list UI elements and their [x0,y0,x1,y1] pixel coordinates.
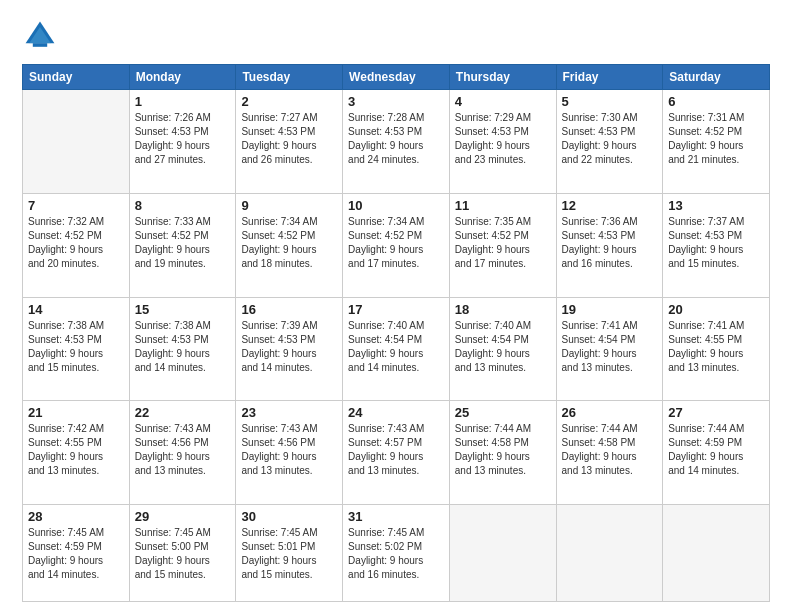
col-header-wednesday: Wednesday [343,65,450,90]
day-info: Sunrise: 7:40 AM Sunset: 4:54 PM Dayligh… [455,319,551,375]
day-info: Sunrise: 7:36 AM Sunset: 4:53 PM Dayligh… [562,215,658,271]
week-row-2: 7Sunrise: 7:32 AM Sunset: 4:52 PM Daylig… [23,193,770,297]
day-info: Sunrise: 7:44 AM Sunset: 4:58 PM Dayligh… [455,422,551,478]
day-info: Sunrise: 7:43 AM Sunset: 4:56 PM Dayligh… [135,422,231,478]
day-cell: 20Sunrise: 7:41 AM Sunset: 4:55 PM Dayli… [663,297,770,401]
day-number: 13 [668,198,764,213]
day-info: Sunrise: 7:45 AM Sunset: 5:02 PM Dayligh… [348,526,444,582]
day-number: 1 [135,94,231,109]
day-cell: 16Sunrise: 7:39 AM Sunset: 4:53 PM Dayli… [236,297,343,401]
day-number: 15 [135,302,231,317]
col-header-tuesday: Tuesday [236,65,343,90]
day-number: 28 [28,509,124,524]
day-cell: 18Sunrise: 7:40 AM Sunset: 4:54 PM Dayli… [449,297,556,401]
day-cell: 1Sunrise: 7:26 AM Sunset: 4:53 PM Daylig… [129,90,236,194]
day-info: Sunrise: 7:30 AM Sunset: 4:53 PM Dayligh… [562,111,658,167]
day-number: 22 [135,405,231,420]
day-cell: 28Sunrise: 7:45 AM Sunset: 4:59 PM Dayli… [23,505,130,602]
day-info: Sunrise: 7:43 AM Sunset: 4:56 PM Dayligh… [241,422,337,478]
day-info: Sunrise: 7:41 AM Sunset: 4:55 PM Dayligh… [668,319,764,375]
day-cell: 17Sunrise: 7:40 AM Sunset: 4:54 PM Dayli… [343,297,450,401]
day-number: 6 [668,94,764,109]
day-cell: 19Sunrise: 7:41 AM Sunset: 4:54 PM Dayli… [556,297,663,401]
day-cell: 2Sunrise: 7:27 AM Sunset: 4:53 PM Daylig… [236,90,343,194]
day-info: Sunrise: 7:45 AM Sunset: 4:59 PM Dayligh… [28,526,124,582]
day-info: Sunrise: 7:34 AM Sunset: 4:52 PM Dayligh… [348,215,444,271]
day-cell: 24Sunrise: 7:43 AM Sunset: 4:57 PM Dayli… [343,401,450,505]
day-info: Sunrise: 7:26 AM Sunset: 4:53 PM Dayligh… [135,111,231,167]
day-number: 30 [241,509,337,524]
day-number: 9 [241,198,337,213]
day-number: 17 [348,302,444,317]
week-row-4: 21Sunrise: 7:42 AM Sunset: 4:55 PM Dayli… [23,401,770,505]
day-info: Sunrise: 7:39 AM Sunset: 4:53 PM Dayligh… [241,319,337,375]
header [22,18,770,54]
day-number: 23 [241,405,337,420]
day-info: Sunrise: 7:27 AM Sunset: 4:53 PM Dayligh… [241,111,337,167]
day-number: 29 [135,509,231,524]
day-info: Sunrise: 7:29 AM Sunset: 4:53 PM Dayligh… [455,111,551,167]
day-info: Sunrise: 7:34 AM Sunset: 4:52 PM Dayligh… [241,215,337,271]
day-info: Sunrise: 7:45 AM Sunset: 5:00 PM Dayligh… [135,526,231,582]
col-header-monday: Monday [129,65,236,90]
day-info: Sunrise: 7:32 AM Sunset: 4:52 PM Dayligh… [28,215,124,271]
day-info: Sunrise: 7:38 AM Sunset: 4:53 PM Dayligh… [135,319,231,375]
day-number: 20 [668,302,764,317]
day-number: 11 [455,198,551,213]
day-number: 2 [241,94,337,109]
day-number: 3 [348,94,444,109]
week-row-3: 14Sunrise: 7:38 AM Sunset: 4:53 PM Dayli… [23,297,770,401]
day-cell: 4Sunrise: 7:29 AM Sunset: 4:53 PM Daylig… [449,90,556,194]
day-cell: 14Sunrise: 7:38 AM Sunset: 4:53 PM Dayli… [23,297,130,401]
day-number: 12 [562,198,658,213]
day-cell: 27Sunrise: 7:44 AM Sunset: 4:59 PM Dayli… [663,401,770,505]
day-number: 8 [135,198,231,213]
day-info: Sunrise: 7:35 AM Sunset: 4:52 PM Dayligh… [455,215,551,271]
logo [22,18,62,54]
week-row-1: 1Sunrise: 7:26 AM Sunset: 4:53 PM Daylig… [23,90,770,194]
day-info: Sunrise: 7:42 AM Sunset: 4:55 PM Dayligh… [28,422,124,478]
day-cell: 6Sunrise: 7:31 AM Sunset: 4:52 PM Daylig… [663,90,770,194]
day-cell: 22Sunrise: 7:43 AM Sunset: 4:56 PM Dayli… [129,401,236,505]
day-cell [663,505,770,602]
day-info: Sunrise: 7:45 AM Sunset: 5:01 PM Dayligh… [241,526,337,582]
day-info: Sunrise: 7:44 AM Sunset: 4:59 PM Dayligh… [668,422,764,478]
day-info: Sunrise: 7:38 AM Sunset: 4:53 PM Dayligh… [28,319,124,375]
col-header-sunday: Sunday [23,65,130,90]
day-cell: 29Sunrise: 7:45 AM Sunset: 5:00 PM Dayli… [129,505,236,602]
day-cell: 3Sunrise: 7:28 AM Sunset: 4:53 PM Daylig… [343,90,450,194]
day-cell: 9Sunrise: 7:34 AM Sunset: 4:52 PM Daylig… [236,193,343,297]
day-number: 10 [348,198,444,213]
day-cell [23,90,130,194]
day-number: 18 [455,302,551,317]
day-cell: 15Sunrise: 7:38 AM Sunset: 4:53 PM Dayli… [129,297,236,401]
week-row-5: 28Sunrise: 7:45 AM Sunset: 4:59 PM Dayli… [23,505,770,602]
svg-rect-2 [33,43,47,47]
day-cell: 5Sunrise: 7:30 AM Sunset: 4:53 PM Daylig… [556,90,663,194]
day-cell [449,505,556,602]
day-number: 7 [28,198,124,213]
calendar-table: SundayMondayTuesdayWednesdayThursdayFrid… [22,64,770,602]
day-cell [556,505,663,602]
day-info: Sunrise: 7:33 AM Sunset: 4:52 PM Dayligh… [135,215,231,271]
day-number: 4 [455,94,551,109]
day-info: Sunrise: 7:41 AM Sunset: 4:54 PM Dayligh… [562,319,658,375]
day-info: Sunrise: 7:44 AM Sunset: 4:58 PM Dayligh… [562,422,658,478]
day-cell: 23Sunrise: 7:43 AM Sunset: 4:56 PM Dayli… [236,401,343,505]
logo-icon [22,18,58,54]
day-cell: 11Sunrise: 7:35 AM Sunset: 4:52 PM Dayli… [449,193,556,297]
day-number: 25 [455,405,551,420]
day-info: Sunrise: 7:43 AM Sunset: 4:57 PM Dayligh… [348,422,444,478]
col-header-friday: Friday [556,65,663,90]
day-cell: 25Sunrise: 7:44 AM Sunset: 4:58 PM Dayli… [449,401,556,505]
day-number: 5 [562,94,658,109]
day-cell: 21Sunrise: 7:42 AM Sunset: 4:55 PM Dayli… [23,401,130,505]
day-info: Sunrise: 7:28 AM Sunset: 4:53 PM Dayligh… [348,111,444,167]
day-info: Sunrise: 7:31 AM Sunset: 4:52 PM Dayligh… [668,111,764,167]
header-row: SundayMondayTuesdayWednesdayThursdayFrid… [23,65,770,90]
day-number: 27 [668,405,764,420]
col-header-saturday: Saturday [663,65,770,90]
day-number: 24 [348,405,444,420]
page: SundayMondayTuesdayWednesdayThursdayFrid… [0,0,792,612]
day-number: 26 [562,405,658,420]
